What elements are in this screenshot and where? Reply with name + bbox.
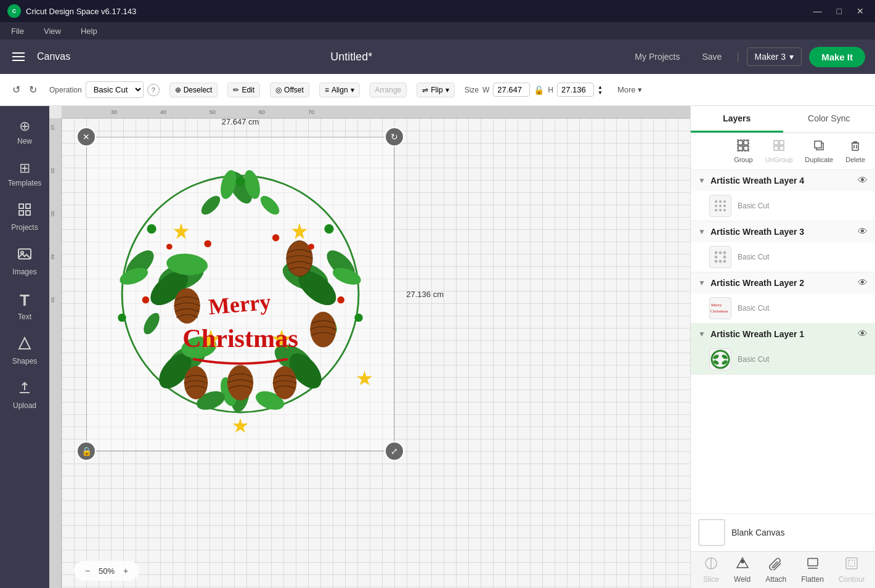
svg-rect-2 [19, 211, 23, 215]
edit-button[interactable]: ✏ Edit [227, 83, 260, 97]
sidebar-item-templates[interactable]: ⊞ Templates [0, 153, 49, 195]
svg-point-83 [719, 251, 722, 254]
offset-button[interactable]: ◎ Offset [270, 83, 309, 97]
svg-point-36 [310, 312, 336, 348]
layer-group-header-1[interactable]: ▼ Artistic Wreath Layer 1 👁 [691, 324, 875, 345]
redo-button[interactable]: ↻ [26, 81, 39, 98]
sidebar-item-new[interactable]: ⊕ New [0, 111, 49, 153]
svg-text:Christmas: Christmas [710, 309, 728, 314]
arrange-button[interactable]: Arrange [370, 83, 407, 97]
offset-icon: ◎ [275, 86, 282, 94]
svg-rect-69 [815, 141, 821, 148]
svg-point-56 [235, 177, 245, 186]
attach-icon [769, 557, 783, 573]
svg-point-87 [715, 260, 717, 263]
menu-file[interactable]: File [7, 25, 28, 37]
ungroup-button[interactable]: UnGroup [760, 137, 798, 166]
layer-1-name: Artistic Wreath Layer 1 [710, 329, 853, 339]
zoom-bar: − 50% + [74, 561, 139, 581]
machine-selector[interactable]: Maker 3 ▾ [747, 47, 802, 66]
layer-3-thumbnail [709, 246, 731, 268]
height-label: H [548, 86, 553, 94]
sidebar-item-projects[interactable]: Projects [0, 195, 49, 239]
height-stepper: ▲ ▼ [598, 84, 603, 96]
edit-icon: ✏ [233, 86, 239, 94]
hamburger-button[interactable] [10, 50, 27, 63]
height-down-btn[interactable]: ▼ [598, 90, 603, 96]
delete-button[interactable]: Delete [840, 137, 870, 166]
sidebar-label-upload: Upload [13, 401, 36, 410]
tab-layers[interactable]: Layers [691, 106, 783, 133]
my-projects-button[interactable]: My Projects [627, 48, 687, 65]
menu-bar: File View Help [0, 22, 875, 39]
maximize-btn[interactable]: □ [833, 5, 845, 17]
align-button[interactable]: ≡ Align ▾ [319, 83, 360, 97]
zoom-in-button[interactable]: + [118, 563, 133, 578]
tab-color-sync[interactable]: Color Sync [783, 106, 876, 133]
duplicate-button[interactable]: Duplicate [800, 137, 838, 166]
project-title: Untitled* [85, 51, 617, 63]
save-button[interactable]: Save [694, 48, 729, 65]
header-separator: | [736, 51, 739, 62]
layer-3-visibility-button[interactable]: 👁 [858, 226, 868, 237]
svg-marker-50 [357, 371, 372, 385]
svg-point-80 [719, 209, 722, 211]
height-input[interactable] [557, 83, 594, 97]
deselect-button[interactable]: ⊕ Deselect [169, 83, 218, 97]
layer-1-item: Basic Cut [691, 345, 875, 374]
svg-point-86 [723, 256, 726, 258]
menu-help[interactable]: Help [77, 25, 101, 37]
svg-point-42 [337, 296, 344, 304]
undo-button[interactable]: ↺ [10, 81, 23, 98]
layer-4-visibility-button[interactable]: 👁 [858, 175, 868, 186]
close-btn[interactable]: ✕ [853, 5, 868, 17]
height-up-btn[interactable]: ▲ [598, 84, 603, 90]
left-sidebar: ⊕ New ⊞ Templates Projects [0, 106, 49, 588]
svg-rect-70 [852, 143, 858, 150]
weld-button[interactable]: Weld [726, 554, 758, 586]
operation-help-button[interactable]: ? [147, 84, 160, 96]
svg-rect-64 [774, 141, 778, 145]
app-logo: C [7, 4, 21, 18]
lock-icon[interactable]: 🔒 [534, 85, 544, 95]
svg-rect-1 [26, 204, 30, 208]
layer-1-visibility-button[interactable]: 👁 [858, 329, 868, 340]
layer-expand-3: ▼ [698, 227, 706, 236]
svg-point-35 [174, 288, 200, 324]
svg-point-84 [723, 251, 726, 254]
make-it-button[interactable]: Make It [809, 47, 865, 67]
menu-view[interactable]: View [40, 25, 65, 37]
flip-button[interactable]: ⇌ Flip ▾ [417, 83, 454, 97]
svg-rect-66 [774, 146, 778, 150]
svg-point-75 [723, 200, 726, 203]
minimize-btn[interactable]: — [810, 5, 826, 17]
layer-group-2: ▼ Artistic Wreath Layer 2 👁 Merry Christ… [691, 272, 875, 324]
sidebar-item-text[interactable]: T Text [0, 284, 49, 329]
svg-point-39 [273, 366, 296, 399]
layer-2-info: Basic Cut [738, 304, 868, 312]
zoom-out-button[interactable]: − [80, 563, 95, 578]
group-button[interactable]: Group [729, 137, 758, 166]
sidebar-item-images[interactable]: Images [0, 239, 49, 284]
operation-select[interactable]: Basic Cut Draw Score Engrave [86, 81, 144, 98]
layer-group-header-3[interactable]: ▼ Artistic Wreath Layer 3 👁 [691, 221, 875, 242]
contour-icon [845, 557, 858, 573]
sidebar-item-shapes[interactable]: Shapes [0, 329, 49, 373]
svg-text:Merry: Merry [711, 303, 722, 308]
contour-button[interactable]: Contour [831, 554, 873, 586]
svg-marker-51 [233, 419, 248, 433]
dimension-width: 27.647 cm [222, 117, 259, 126]
sidebar-label-templates: Templates [8, 179, 42, 187]
layer-group-header-2[interactable]: ▼ Artistic Wreath Layer 2 👁 [691, 272, 875, 293]
flatten-button[interactable]: Flatten [794, 554, 831, 586]
layer-expand-2: ▼ [698, 279, 706, 287]
svg-point-89 [723, 260, 726, 263]
svg-point-37 [227, 365, 253, 401]
sidebar-item-upload[interactable]: Upload [0, 373, 49, 417]
more-button[interactable]: More ▾ [612, 83, 647, 97]
slice-button[interactable]: Slice [696, 554, 726, 586]
attach-button[interactable]: Attach [758, 554, 794, 586]
layer-2-visibility-button[interactable]: 👁 [858, 277, 868, 288]
layer-group-header-4[interactable]: ▼ Artistic Wreath Layer 4 👁 [691, 170, 875, 191]
width-input[interactable] [493, 83, 530, 97]
